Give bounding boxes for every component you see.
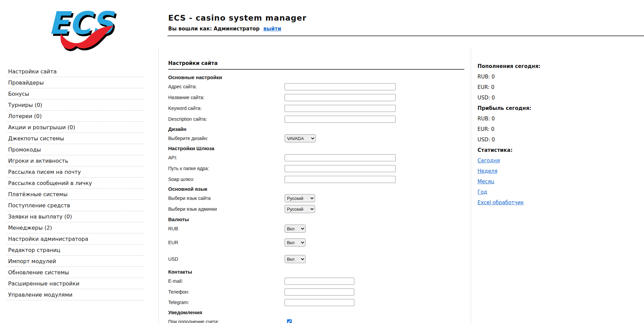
field-label: Выберите дизайн: — [168, 136, 285, 141]
field-label: USD — [168, 256, 285, 262]
form-row-api: API: — [168, 154, 465, 162]
sidebar-item-label: Промокоды — [8, 146, 41, 153]
sidebar-item-label: Менеджеры (2) — [8, 225, 52, 231]
sidebar-item-players-activity[interactable]: Игроки и активность — [7, 155, 144, 166]
sidebar-item-label: Редактор страниц — [8, 247, 60, 253]
eur-select[interactable]: Вкл — [285, 238, 306, 247]
form-row-rub: RUB Вкл — [168, 225, 465, 233]
section-label: Основные настройки — [168, 74, 222, 80]
form-row-telegram: Telegram: — [168, 298, 465, 306]
sidebar-item-label: Рассылка писем на почту — [8, 169, 81, 175]
section-label: Уведомления — [168, 309, 202, 315]
section-currencies: Валюты — [168, 216, 465, 222]
telegram-input[interactable] — [285, 299, 354, 306]
sidebar-item-promocodes[interactable]: Промокоды — [7, 144, 144, 155]
section-general: Основные настройки — [168, 74, 465, 80]
email-input[interactable] — [285, 278, 354, 285]
ecs-admin-page: { "header": { "logo_text": "ECS", "title… — [0, 0, 644, 323]
sidebar-item-managers[interactable]: Менеджеры (2) — [7, 222, 144, 233]
rub-select[interactable]: Вкл — [285, 225, 306, 233]
sidebar-item-lotteries[interactable]: Лотереи (0) — [7, 111, 144, 122]
deposits-today-title: Пополнения сегодня: — [478, 61, 637, 71]
field-label: E-mail: — [168, 278, 285, 284]
soap-gateway-input[interactable] — [285, 176, 396, 183]
sidebar-item-payout-requests[interactable]: Заявки на выплату (0) — [7, 211, 144, 222]
admin-language-select[interactable]: Русский — [285, 205, 315, 213]
sidebar-item-providers[interactable]: Провайдеры — [7, 77, 144, 88]
sidebar-item-system-update[interactable]: Обновление системы — [7, 267, 144, 278]
section-contacts: Контакты — [168, 269, 465, 275]
sidebar-divider — [158, 48, 159, 323]
sidebar-item-label: Акции и розыгрыши (0) — [8, 124, 75, 131]
design-select[interactable]: VAVADA — [285, 134, 316, 142]
sidebar-item-tournaments[interactable]: Турниры (0) — [7, 99, 144, 111]
sidebar-item-label: Рассылка сообщений в личку — [8, 180, 92, 186]
sidebar-item-module-management[interactable]: Управление модулями — [7, 289, 144, 300]
sidebar-item-page-editor[interactable]: Редактор страниц — [7, 245, 144, 256]
sidebar-item-payment-systems[interactable]: Платёжные системы — [7, 189, 144, 200]
form-row-site-address: Адрес сайта: — [168, 83, 465, 91]
svg-text:ECS: ECS — [48, 5, 115, 41]
sidebar-nav: Настройки сайта Провайдеры Бонусы Турнир… — [7, 66, 144, 300]
sidebar-item-module-import[interactable]: Импорт модулей — [7, 256, 144, 267]
sidebar-item-bonuses[interactable]: Бонусы — [7, 88, 144, 99]
form-row-design: Выберите дизайн: VAVADA — [168, 134, 465, 142]
sidebar-item-site-settings[interactable]: Настройки сайта — [7, 66, 144, 77]
field-label: Выбери язык сайта — [168, 195, 285, 201]
field-label: EUR — [168, 240, 285, 245]
field-label: Soap шлюз: — [168, 177, 285, 182]
site-settings-panel: Настройки сайта Основные настройки Адрес… — [168, 0, 465, 323]
sidebar-item-pm-newsletter[interactable]: Рассылка сообщений в личку — [7, 178, 144, 189]
sidebar-item-email-newsletter[interactable]: Рассылка писем на почту — [7, 166, 144, 178]
site-address-input[interactable] — [285, 83, 396, 90]
sidebar-item-label: Турниры (0) — [8, 102, 42, 108]
form-row-eur: EUR Вкл — [168, 238, 465, 247]
profit-rub-value: RUB: 0 — [478, 113, 637, 124]
sidebar-item-label: Поступление средств — [8, 202, 70, 209]
form-row-admin-language: Выбери язык админки Русский — [168, 205, 465, 213]
stats-link-year[interactable]: Год — [478, 189, 487, 195]
site-keyword-input[interactable] — [285, 105, 396, 112]
form-row-usd: USD Вкл — [168, 255, 465, 263]
sidebar-item-advanced-settings[interactable]: Расширенные настройки — [7, 278, 144, 289]
section-label: Контакты — [168, 269, 192, 275]
sidebar-item-promotions[interactable]: Акции и розыгрыши (0) — [7, 122, 144, 133]
field-label: Description сайта: — [168, 116, 285, 122]
sidebar-item-label: Джекпоты системы — [8, 135, 64, 142]
field-label: При пополнение счета: — [168, 319, 285, 323]
phone-input[interactable] — [285, 289, 354, 296]
sidebar-item-admin-settings[interactable]: Настройки администратора — [7, 233, 144, 245]
site-name-input[interactable] — [285, 94, 396, 101]
deposit-notify-checkbox[interactable] — [287, 319, 292, 323]
core-path-input[interactable] — [285, 165, 396, 172]
site-description-input[interactable] — [285, 116, 396, 123]
stats-link-week[interactable]: Неделя — [478, 168, 497, 174]
field-label: Название сайта: — [168, 95, 285, 100]
sidebar-item-label: Импорт модулей — [8, 258, 56, 264]
sidebar-item-label: Настройки администратора — [8, 236, 88, 242]
field-label: Телефон: — [168, 289, 285, 295]
site-language-select[interactable]: Русский — [285, 194, 315, 202]
usd-select[interactable]: Вкл — [285, 255, 306, 263]
form-row-email: E-mail: — [168, 277, 465, 285]
sidebar-item-incoming-funds[interactable]: Поступление средств — [7, 200, 144, 211]
stats-panel: Пополнения сегодня: RUB: 0 EUR: 0 USD: 0… — [478, 61, 637, 208]
stats-link-excel-processor[interactable]: Excel обработчик — [478, 200, 524, 206]
sidebar-item-label: Расширенные настройки — [8, 280, 80, 287]
sidebar-item-jackpots[interactable]: Джекпоты системы — [7, 133, 144, 144]
statistics-title: Статистика: — [478, 145, 637, 155]
form-row-site-name: Название сайта: — [168, 93, 465, 101]
sidebar-item-label: Настройки сайта — [8, 68, 57, 75]
api-input[interactable] — [285, 154, 396, 161]
field-label: API: — [168, 155, 285, 160]
deposits-usd-value: USD: 0 — [478, 92, 637, 103]
form-row-core-path: Путь к папке ядра: — [168, 164, 465, 172]
sidebar-item-label: Бонусы — [8, 91, 29, 97]
stats-link-today[interactable]: Сегодня — [478, 158, 500, 164]
sidebar-item-label: Игроки и активность — [8, 158, 68, 164]
stats-link-month[interactable]: Месяц — [478, 179, 494, 185]
deposits-rub-value: RUB: 0 — [478, 71, 637, 82]
section-language: Основной язык — [168, 186, 465, 192]
stats-divider — [471, 48, 471, 323]
field-label: Путь к папке ядра: — [168, 166, 285, 171]
